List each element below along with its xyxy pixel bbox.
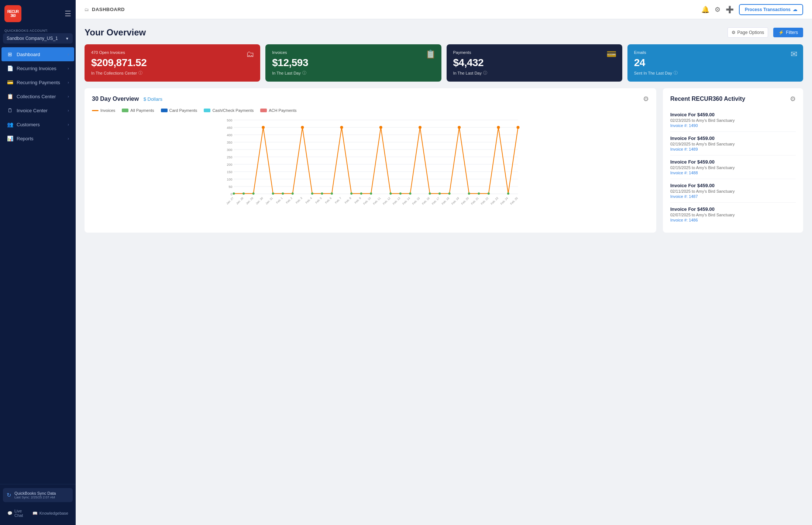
activity-item: Invoice For $459.00 02/15/2025 to Amy's … [670,155,796,179]
stat-value-invoices: $12,593 [272,57,434,69]
svg-text:Feb. 15: Feb. 15 [412,196,420,205]
sidebar-item-invoice-center[interactable]: 🗒 Invoice Center › [1,103,74,117]
info-icon: ⓘ [674,70,678,76]
svg-point-22 [233,192,235,195]
activity-panel-header: Recent RECUR360 Activity ⚙ [670,95,796,103]
process-transactions-button[interactable]: Process Transactions ☁ [739,4,803,15]
legend-box-card-payments [161,109,168,112]
page-title: DASHBOARD [92,7,125,12]
activity-invoice-link-0[interactable]: Invoice #: 1490 [670,123,796,128]
activity-settings-icon[interactable]: ⚙ [790,95,796,103]
hamburger-menu[interactable]: ☰ [65,9,71,18]
sidebar-item-dashboard[interactable]: ⊞ Dashboard › [1,47,74,61]
nav-icon-reports: 📊 [7,135,13,141]
process-btn-label: Process Transactions [745,7,791,12]
svg-text:Feb. 4: Feb. 4 [305,196,313,204]
nav-label-invoice-center: Invoice Center [17,108,48,113]
legend-item-invoices: Invoices [92,108,115,113]
svg-point-26 [272,192,274,195]
activity-item: Invoice For $459.00 02/19/2025 to Amy's … [670,132,796,155]
chart-settings-icon[interactable]: ⚙ [643,95,649,103]
svg-text:Jan. 28: Jan. 28 [235,196,244,205]
qb-account-selector[interactable]: Sandbox Company_US_1 ▼ [3,33,73,44]
nav-label-collections-center: Collections Center [17,94,56,99]
legend-box-ach [260,109,267,112]
nav-label-dashboard: Dashboard [17,52,40,57]
chevron-icon-collections-center: › [68,94,69,99]
svg-point-40 [409,192,411,195]
activity-invoice-link-2[interactable]: Invoice #: 1488 [670,171,796,175]
activity-invoice-link-3[interactable]: Invoice #: 1487 [670,194,796,199]
legend-label-cash-check: Cash/Check Payments [212,108,254,113]
svg-text:Feb. 6: Feb. 6 [324,196,332,204]
quickbooks-sync[interactable]: ↻ QuickBooks Sync Data Last Sync: 2/25/2… [3,488,73,502]
chart-subtitle: $ Dollars [144,96,162,102]
topbar: 🗂 DASHBOARD 🔔 ⚙ ➕ Process Transactions ☁ [76,0,812,19]
book-icon: 📖 [32,511,38,516]
filters-button[interactable]: ⚡ Filters [773,28,803,37]
stat-card-emails: ✉ Emails 24 Sent In The Last Day ⓘ [627,44,803,82]
svg-text:50: 50 [228,185,232,189]
svg-text:Jan. 30: Jan. 30 [255,196,264,205]
svg-text:Feb. 25: Feb. 25 [510,196,519,205]
content-area: Your Overview ⚙ Page Options ⚡ Filters 🗂… [76,19,812,525]
info-icon: ⓘ [483,70,487,76]
notifications-icon[interactable]: 🔔 [701,6,709,14]
filters-label: Filters [786,30,798,35]
settings-icon[interactable]: ⚙ [715,6,720,14]
add-icon[interactable]: ➕ [726,6,734,14]
sidebar-item-collections-center[interactable]: 📋 Collections Center › [1,89,74,103]
sidebar-item-customers[interactable]: 👥 Customers › [1,117,74,131]
stat-card-open-invoices: 🗂 470 Open Invoices $209,871.52 In The C… [85,44,260,82]
nav-icon-customers: 👥 [7,121,13,127]
svg-text:Feb. 8: Feb. 8 [344,196,352,204]
legend-item-cash-check: Cash/Check Payments [204,108,254,113]
knowledgebase-link[interactable]: 📖 Knowledgebase [30,507,71,520]
nav-icon-recurring-payments: 💳 [7,79,13,85]
sidebar-item-recurring-payments[interactable]: 💳 Recurring Payments › [1,75,74,89]
svg-text:250: 250 [227,155,232,159]
svg-point-31 [321,192,323,195]
topbar-right: 🔔 ⚙ ➕ Process Transactions ☁ [701,4,803,15]
activity-invoice-link-4[interactable]: Invoice #: 1486 [670,218,796,222]
stat-value-open-invoices: $209,871.52 [91,57,254,69]
svg-text:Feb. 13: Feb. 13 [392,196,401,205]
sync-icon: ↻ [7,492,11,498]
chevron-icon-reports: › [68,136,69,141]
svg-text:350: 350 [227,141,232,144]
stat-label-open-invoices: 470 Open Invoices [91,50,254,55]
svg-text:300: 300 [227,148,232,152]
line-chart: 500450400350300250200150100500Jan. 27Jan… [92,116,649,220]
activity-date-4: 02/07/2025 to Amy's Bird Sanctuary [670,213,796,217]
stat-sub-payments: In The Last Day ⓘ [453,70,616,76]
app-logo: RECUR360 [4,5,21,22]
svg-text:Feb. 1: Feb. 1 [275,196,283,204]
live-chat-label: Live Chat [14,509,24,518]
svg-point-25 [262,126,265,129]
legend-item-ach: ACH Payments [260,108,296,113]
live-chat-link[interactable]: 💬 Live Chat [4,507,27,520]
sidebar-item-reports[interactable]: 📊 Reports › [1,131,74,145]
legend-box-cash-check [204,109,210,112]
info-icon: ⓘ [138,70,142,76]
svg-text:400: 400 [227,133,232,137]
info-icon: ⓘ [302,70,306,76]
chart-legend: InvoicesAll PaymentsCard PaymentsCash/Ch… [92,108,649,113]
sidebar-logo-area: RECUR360 ☰ [0,0,76,26]
legend-box-all-payments [122,109,128,112]
svg-point-51 [517,126,520,129]
svg-point-23 [242,192,245,195]
svg-point-41 [419,126,422,129]
nav-icon-recurring-invoices: 📄 [7,65,13,71]
legend-label-all-payments: All Payments [130,108,154,113]
activity-date-3: 02/11/2025 to Amy's Bird Sanctuary [670,189,796,193]
nav-icon-invoice-center: 🗒 [7,107,13,113]
stat-sub-open-invoices: In The Collections Center ⓘ [91,70,254,76]
page-options-button[interactable]: ⚙ Page Options [727,27,768,38]
sidebar-item-recurring-invoices[interactable]: 📄 Recurring Invoices › [1,61,74,75]
nav-item-left: 💳 Recurring Payments [7,79,60,85]
activity-invoice-link-1[interactable]: Invoice #: 1489 [670,147,796,151]
stat-value-payments: $4,432 [453,57,616,69]
activity-item: Invoice For $459.00 02/11/2025 to Amy's … [670,179,796,203]
nav-label-reports: Reports [17,136,34,141]
